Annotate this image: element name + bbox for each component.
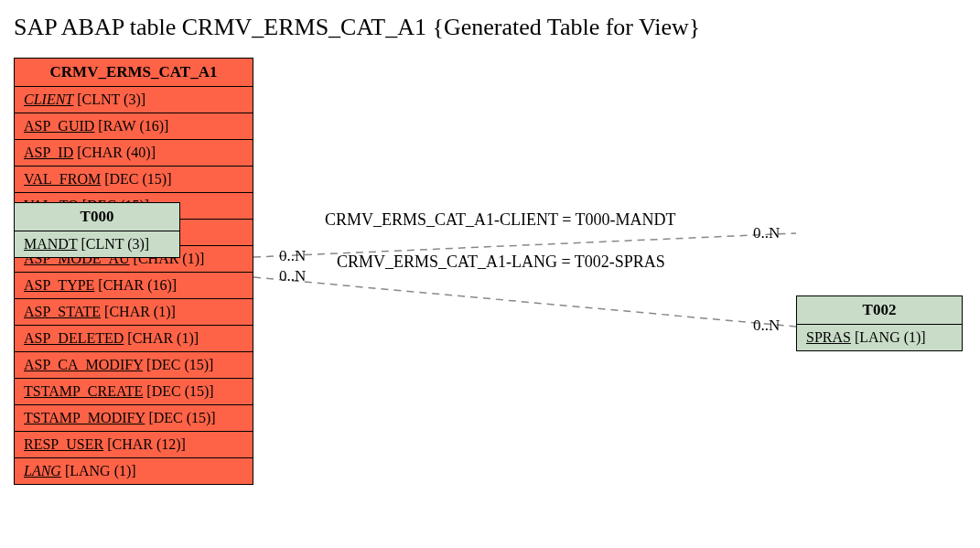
entity-main: CRMV_ERMS_CAT_A1 CLIENT [CLNT (3)]ASP_GU… [14, 58, 253, 485]
entity-t000-header: T000 [15, 203, 179, 231]
entity-main-field: ASP_STATE [CHAR (1)] [15, 299, 253, 326]
entity-main-field: LANG [LANG (1)] [15, 458, 253, 484]
entity-t002: T002 SPRAS [LANG (1)] [796, 295, 963, 351]
entity-main-field: CLIENT [CLNT (3)] [15, 87, 253, 113]
relation-label-1: CRMV_ERMS_CAT_A1-LANG = T002-SPRAS [337, 253, 665, 272]
entity-t002-header: T002 [797, 296, 962, 325]
entity-main-field: ASP_DELETED [CHAR (1)] [15, 326, 253, 352]
card-left-1: 0..N [279, 267, 306, 285]
entity-t000-field: MANDT [CLNT (3)] [15, 231, 179, 257]
card-left-0: 0..N [279, 247, 306, 265]
entity-main-field: TSTAMP_MODIFY [DEC (15)] [15, 405, 253, 432]
entity-main-field: RESP_USER [CHAR (12)] [15, 432, 253, 458]
card-right-1: 0..N [753, 317, 780, 335]
entity-main-field: ASP_CA_MODIFY [DEC (15)] [15, 352, 253, 379]
entity-main-header: CRMV_ERMS_CAT_A1 [15, 59, 253, 87]
entity-main-field: ASP_ID [CHAR (40)] [15, 140, 253, 167]
entity-t002-field: SPRAS [LANG (1)] [797, 325, 962, 350]
entity-main-field: VAL_FROM [DEC (15)] [15, 167, 253, 193]
er-diagram: CRMV_ERMS_CAT_A1 CLIENT [CLNT (3)]ASP_GU… [14, 58, 966, 543]
entity-main-field: ASP_GUID [RAW (16)] [15, 113, 253, 140]
svg-line-1 [253, 277, 796, 327]
relation-label-0: CRMV_ERMS_CAT_A1-CLIENT = T000-MANDT [325, 210, 676, 230]
entity-main-field: TSTAMP_CREATE [DEC (15)] [15, 379, 253, 405]
entity-t000: T000 MANDT [CLNT (3)] [14, 202, 180, 258]
entity-main-field: ASP_TYPE [CHAR (16)] [15, 273, 253, 299]
card-right-0: 0..N [753, 224, 780, 242]
page-title: SAP ABAP table CRMV_ERMS_CAT_A1 {Generat… [14, 14, 966, 41]
